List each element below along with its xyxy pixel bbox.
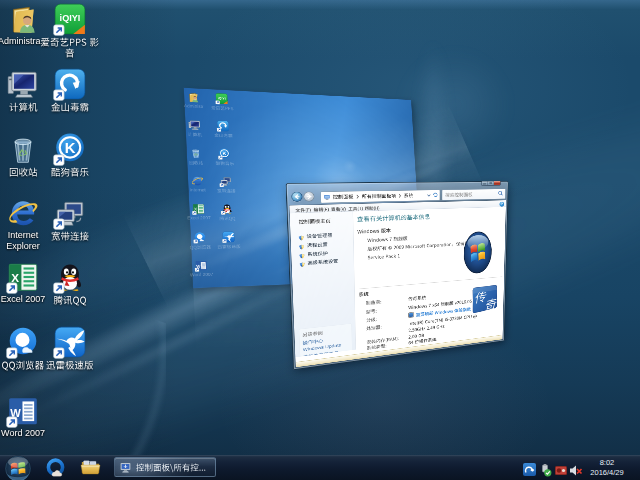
svg-text:iQIYI: iQIYI <box>218 97 226 101</box>
svg-text:iQIYI: iQIYI <box>60 13 81 23</box>
svg-text:X: X <box>194 207 197 212</box>
svg-text:K: K <box>65 140 76 156</box>
svg-text:X: X <box>11 271 19 284</box>
